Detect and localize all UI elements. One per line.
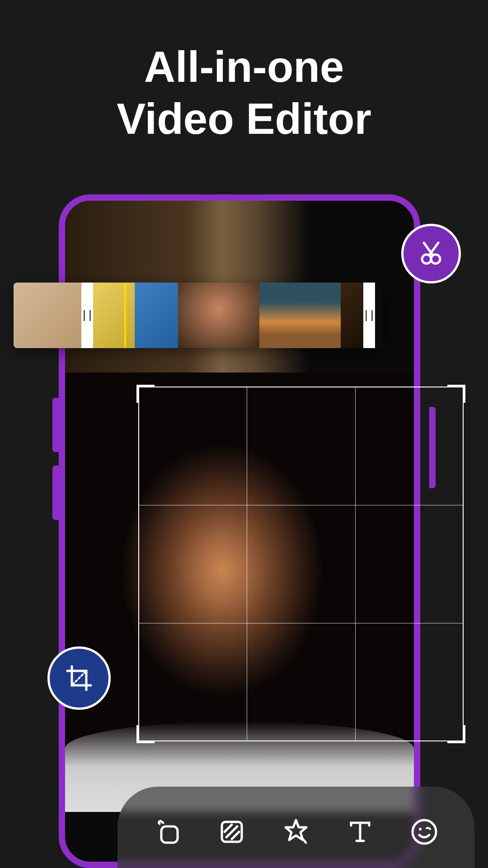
crop-icon — [63, 662, 95, 694]
svg-rect-5 — [161, 826, 178, 843]
timeline-clip[interactable] — [178, 283, 259, 348]
effects-button[interactable] — [278, 814, 314, 850]
timeline-clip[interactable] — [259, 283, 341, 348]
crop-handle-tr[interactable] — [447, 385, 465, 403]
cut-tool-badge[interactable] — [401, 224, 461, 283]
phone-power — [429, 407, 436, 488]
phone-volume-up — [52, 398, 59, 452]
svg-point-14 — [419, 828, 422, 830]
svg-line-3 — [431, 253, 433, 255]
timeline-clip[interactable] — [341, 283, 363, 348]
timeline[interactable] — [14, 283, 384, 348]
rotate-button[interactable] — [150, 814, 186, 850]
sticker-button[interactable] — [406, 814, 442, 850]
main-photo-preview[interactable] — [65, 373, 414, 812]
crop-tool-badge[interactable] — [47, 646, 111, 710]
timeline-clip[interactable] — [135, 283, 178, 348]
svg-line-4 — [73, 672, 85, 684]
clip-trim-handle-right[interactable] — [363, 283, 375, 348]
filter-icon — [218, 818, 245, 845]
bottom-toolbar — [117, 787, 474, 868]
svg-line-9 — [232, 832, 239, 839]
timeline-clip[interactable] — [14, 283, 81, 348]
timeline-clip[interactable] — [93, 283, 135, 348]
crop-handle-br[interactable] — [447, 725, 465, 743]
star-icon — [282, 817, 310, 846]
timeline-scrubber[interactable] — [124, 283, 126, 348]
promo-headline: All-in-one Video Editor — [0, 0, 488, 145]
svg-point-13 — [413, 820, 436, 844]
filter-button[interactable] — [214, 814, 250, 850]
headline-line1: All-in-one — [0, 41, 488, 93]
text-icon — [347, 819, 373, 844]
scissors-icon — [417, 239, 446, 268]
phone-volume-down — [52, 466, 59, 520]
rotate-icon — [153, 817, 182, 846]
svg-point-1 — [431, 255, 440, 264]
svg-point-0 — [422, 255, 431, 264]
text-button[interactable] — [342, 814, 378, 850]
headline-line2: Video Editor — [0, 93, 488, 145]
smile-icon — [410, 818, 438, 846]
svg-line-8 — [225, 825, 232, 832]
clip-trim-handle-left[interactable] — [81, 283, 93, 348]
